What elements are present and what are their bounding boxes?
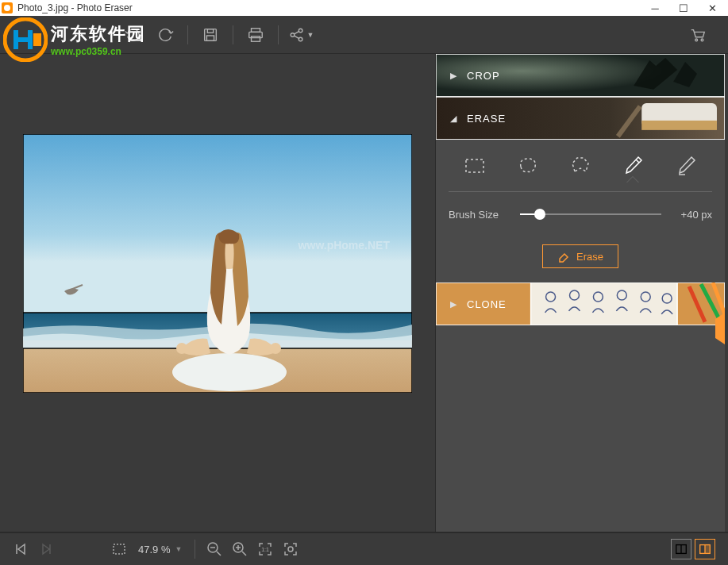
zoom-value: 47.9 % xyxy=(138,544,170,555)
svg-point-18 xyxy=(176,343,187,354)
redo-button[interactable] xyxy=(151,21,179,49)
next-image-button[interactable] xyxy=(33,536,59,562)
compare-h-icon xyxy=(674,542,688,556)
chevron-down-icon: ▼ xyxy=(307,31,314,39)
svg-rect-5 xyxy=(252,28,260,32)
svg-rect-33 xyxy=(114,544,125,554)
svg-rect-26 xyxy=(531,282,677,325)
share-icon xyxy=(288,26,306,44)
eraser-icon xyxy=(557,250,570,263)
svg-point-0 xyxy=(4,5,10,11)
watermark-url: www.pc0359.cn xyxy=(51,46,146,57)
slider-thumb[interactable] xyxy=(534,209,545,220)
poly-lasso-tool[interactable] xyxy=(564,150,596,182)
erase-panel: Brush Size +40 px Erase xyxy=(436,140,725,282)
actual-icon xyxy=(283,541,299,557)
fit-screen-button[interactable]: 1:1 xyxy=(252,536,278,562)
eraser-brush-tool[interactable] xyxy=(670,150,702,182)
minimize-button[interactable]: ─ xyxy=(641,0,669,16)
watermark-badge-icon xyxy=(3,17,48,62)
redo-icon xyxy=(156,26,174,44)
svg-point-16 xyxy=(172,353,287,391)
app-icon xyxy=(2,2,13,13)
zoom-in-button[interactable] xyxy=(227,536,252,562)
zoom-grid-button[interactable] xyxy=(106,536,132,562)
accordion-crop-label: CROP xyxy=(467,70,500,82)
brush-size-row: Brush Size +40 px xyxy=(449,192,712,236)
erase-button[interactable]: Erase xyxy=(542,244,618,268)
grid-icon xyxy=(111,541,127,557)
chevron-right-icon: ▶ xyxy=(450,71,457,81)
accordion-clone[interactable]: ▶ CLONE xyxy=(436,282,725,325)
accordion-erase-label: ERASE xyxy=(467,113,506,125)
canvas-area[interactable]: www.pHome.NET xyxy=(0,54,435,532)
first-image-button[interactable] xyxy=(8,536,33,562)
titlebar: Photo_3.jpg - Photo Eraser ─ ☐ ✕ xyxy=(0,0,728,16)
svg-point-9 xyxy=(299,29,302,33)
erase-button-label: Erase xyxy=(576,251,603,263)
chevron-right-icon: ▶ xyxy=(450,299,457,309)
window-title: Photo_3.jpg - Photo Eraser xyxy=(17,2,641,13)
svg-rect-40 xyxy=(705,545,710,554)
svg-text:1:1: 1:1 xyxy=(262,547,270,552)
compare-vertical-button[interactable] xyxy=(695,539,715,559)
first-icon xyxy=(13,541,29,557)
save-button[interactable] xyxy=(196,21,225,49)
fit-icon: 1:1 xyxy=(257,541,273,557)
svg-rect-4 xyxy=(206,35,214,40)
svg-point-8 xyxy=(291,33,295,37)
bottombar: 47.9 % ▼ 1:1 xyxy=(0,532,728,565)
zoom-in-icon xyxy=(232,541,248,557)
brush-size-slider[interactable] xyxy=(520,213,661,215)
maximize-button[interactable]: ☐ xyxy=(669,0,698,16)
photo-watermark: www.pHome.NET xyxy=(299,239,390,252)
rect-select-tool[interactable] xyxy=(459,150,491,182)
next-icon xyxy=(38,541,54,557)
print-button[interactable] xyxy=(241,21,270,49)
zoom-out-button[interactable] xyxy=(202,536,227,562)
photo-preview[interactable]: www.pHome.NET xyxy=(23,134,412,393)
brush-tool[interactable] xyxy=(617,150,649,182)
save-icon xyxy=(202,26,219,44)
compare-horizontal-button[interactable] xyxy=(671,539,691,559)
zoom-out-icon xyxy=(206,541,222,557)
svg-point-12 xyxy=(701,39,703,41)
watermark-logo: 河东软件园 www.pc0359.cn xyxy=(3,17,146,62)
actual-size-button[interactable] xyxy=(278,536,303,562)
svg-rect-23 xyxy=(641,121,717,130)
accordion-crop[interactable]: ▶ CROP xyxy=(436,54,725,97)
close-button[interactable]: ✕ xyxy=(698,0,726,16)
accordion-erase[interactable]: ◢ ERASE xyxy=(436,97,725,140)
watermark-text-cn: 河东软件园 xyxy=(51,22,146,46)
lasso-tool[interactable] xyxy=(512,150,544,182)
erase-tool-row xyxy=(449,140,712,192)
brush-size-value: +40 px xyxy=(669,209,712,221)
svg-point-10 xyxy=(299,37,302,41)
brush-size-label: Brush Size xyxy=(449,209,512,221)
zoom-level[interactable]: 47.9 % ▼ xyxy=(138,544,182,555)
compare-v-icon xyxy=(698,542,712,556)
print-icon xyxy=(247,26,264,44)
share-button[interactable]: ▼ xyxy=(287,21,315,49)
svg-point-37 xyxy=(288,547,293,552)
right-panel: ▶ CROP ◢ ERASE xyxy=(435,54,725,532)
cart-icon xyxy=(689,26,707,44)
svg-rect-24 xyxy=(466,160,483,172)
svg-rect-7 xyxy=(252,36,260,40)
chevron-down-icon: ◢ xyxy=(450,113,457,124)
svg-point-19 xyxy=(270,343,281,354)
svg-rect-3 xyxy=(207,29,213,33)
cart-button[interactable] xyxy=(684,21,712,49)
svg-point-11 xyxy=(695,39,698,41)
accordion-clone-label: CLONE xyxy=(467,298,507,310)
chevron-down-icon: ▼ xyxy=(175,545,182,553)
